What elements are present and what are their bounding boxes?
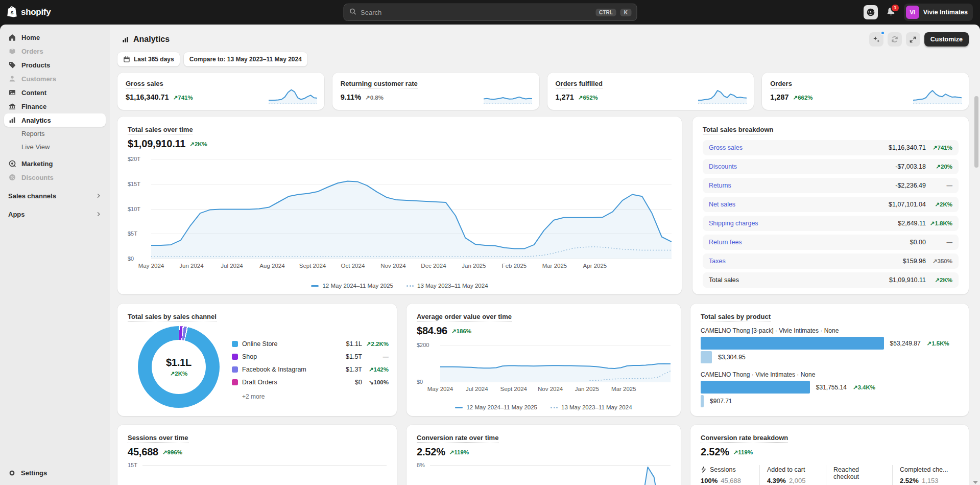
product-bar-compare[interactable] xyxy=(701,395,704,407)
customize-button[interactable]: Customize xyxy=(924,32,969,47)
vertical-scrollbar[interactable] xyxy=(974,96,978,168)
breakdown-link[interactable]: Net sales xyxy=(709,201,735,208)
sidebar-item-products[interactable]: Products xyxy=(4,58,106,72)
tag-icon xyxy=(8,61,16,69)
panel-title[interactable]: Total sales over time xyxy=(128,126,193,134)
x-axis-label: Dec 2024 xyxy=(421,263,446,269)
x-axis-labels: May 2024Jun 2024Jul 2024Aug 2024Sept 202… xyxy=(151,263,672,270)
channel-legend-item[interactable]: Facebook & Instagram $1.3T ↗142% xyxy=(232,363,389,376)
date-range-filter[interactable]: Last 365 days xyxy=(117,52,180,66)
sidebar-item-customers[interactable]: Customers xyxy=(4,72,106,85)
sparkline-chart xyxy=(269,87,317,104)
channel-legend-item[interactable]: Draft Orders $0 ↘100% xyxy=(232,376,389,388)
swatch-facebook-instagram xyxy=(232,366,238,373)
metric-card-returning-rate[interactable]: Returning customer rate 9.11% ↗0.8% xyxy=(332,73,539,110)
funnel-step-sessions[interactable]: Sessions 100%45,688 xyxy=(701,465,759,485)
sidebar-item-settings[interactable]: Settings xyxy=(4,466,106,479)
search-input[interactable]: Search CTRL K xyxy=(343,4,637,21)
conversion-delta: ↗119% xyxy=(449,449,469,456)
sidebar-item-content[interactable]: Content xyxy=(4,86,106,99)
breakdown-row[interactable]: Return fees $0.00— xyxy=(703,235,959,250)
funnel-step-added-to-cart[interactable]: Added to cart 4.39%2,005 xyxy=(759,465,826,485)
product-bar-current[interactable] xyxy=(701,381,810,394)
legend-solid-swatch xyxy=(455,407,463,408)
sales-by-channel-panel: Total sales by sales channel $1.1L ↗2K% … xyxy=(117,304,397,416)
sidebar-item-reports[interactable]: Reports xyxy=(4,127,106,140)
panel-title[interactable]: Total sales by sales channel xyxy=(128,313,217,321)
panel-title[interactable]: Conversion rate breakdown xyxy=(701,434,788,443)
total-sales-over-time-panel: Total sales over time $1,09,910.11 ↗2K% … xyxy=(117,117,682,294)
person-icon xyxy=(8,75,16,83)
compare-filter[interactable]: Compare to: 13 May 2023–11 May 2024 xyxy=(184,52,307,66)
breakdown-row[interactable]: Net sales $1,07,101.04↗2K% xyxy=(703,197,959,212)
product-bar-compare[interactable] xyxy=(701,351,712,363)
breakdown-row-total[interactable]: Total sales $1,09,910.11↗2K% xyxy=(703,272,959,288)
conversion-rate-panel: Conversion rate over time 2.52% ↗119% 8% xyxy=(407,425,681,485)
metric-title[interactable]: Gross sales xyxy=(126,80,163,88)
panel-title[interactable]: Total sales by product xyxy=(701,313,771,321)
metric-value: 9.11% xyxy=(341,93,361,101)
swatch-shop xyxy=(232,354,238,360)
metric-title[interactable]: Orders fulfilled xyxy=(556,80,603,88)
channel-legend-item[interactable]: Online Store $1.1L ↗2.2K% xyxy=(232,337,389,350)
legend-dotted-swatch xyxy=(407,285,414,287)
conversion-funnel: Sessions 100%45,688 Added to cart 4.39%2… xyxy=(701,465,959,485)
breakdown-link[interactable]: Return fees xyxy=(709,239,742,246)
metric-title[interactable]: Orders xyxy=(770,80,792,88)
sidebar-item-home[interactable]: Home xyxy=(4,31,106,44)
metric-title[interactable]: Returning customer rate xyxy=(341,80,418,88)
shopify-logo[interactable]: S shopify xyxy=(7,6,51,19)
scrollbar-down-arrow[interactable] xyxy=(973,481,978,484)
metric-card-orders[interactable]: Orders 1,287 ↗662% xyxy=(762,73,969,110)
breakdown-link[interactable]: Discounts xyxy=(709,163,737,170)
sparkline-chart xyxy=(484,87,532,104)
panel-title[interactable]: Average order value over time xyxy=(417,313,512,321)
breakdown-row[interactable]: Returns -$2,236.49— xyxy=(703,178,959,193)
magic-insights-button[interactable] xyxy=(869,32,883,47)
sidebar-item-marketing[interactable]: Marketing xyxy=(4,157,106,170)
breakdown-row[interactable]: Gross sales $1,16,340.71↗741% xyxy=(703,140,959,155)
y-axis-label: $20T xyxy=(128,156,147,162)
sidebar-section-sales-channels[interactable]: Sales channels xyxy=(4,189,106,203)
funnel-step-reached-checkout[interactable]: Reached checkout 3.49%1,595 xyxy=(826,465,892,485)
total-sales-breakdown-panel: Total sales breakdown Gross sales $1,16,… xyxy=(692,117,969,294)
breakdown-link[interactable]: Shipping charges xyxy=(709,220,758,227)
notifications-button[interactable]: 1 xyxy=(886,7,896,18)
sidebar-section-apps[interactable]: Apps xyxy=(4,207,106,221)
y-axis-label: $0 xyxy=(417,379,436,385)
shopify-bag-icon: S xyxy=(7,6,18,19)
metric-card-gross-sales[interactable]: Gross sales $1,16,340.71 ↗741% xyxy=(117,73,324,110)
channel-legend-item[interactable]: Shop $1.5T — xyxy=(232,350,389,363)
product-bar-current[interactable] xyxy=(701,337,884,350)
breakdown-row[interactable]: Taxes $159.96↗350% xyxy=(703,253,959,269)
conversion-breakdown-delta: ↗119% xyxy=(733,449,753,456)
sidebar-item-finance[interactable]: Finance xyxy=(4,100,106,113)
y-axis-label: $10T xyxy=(128,206,147,212)
channel-more-link[interactable]: +2 more xyxy=(232,393,389,400)
breakdown-link[interactable]: Gross sales xyxy=(709,144,743,151)
x-axis-label: Jan 2025 xyxy=(575,386,599,392)
metric-card-orders-fulfilled[interactable]: Orders fulfilled 1,271 ↗652% xyxy=(547,73,754,110)
sidebar-item-live-view[interactable]: Live View xyxy=(4,141,106,153)
store-avatar: VI xyxy=(906,6,919,19)
topbar: S shopify Search CTRL K 1 VI Vivie Intim… xyxy=(0,0,980,25)
breakdown-link[interactable]: Returns xyxy=(709,182,731,189)
sessions-delta: ↗996% xyxy=(162,449,182,456)
panel-title[interactable]: Total sales breakdown xyxy=(703,126,773,134)
page-title: Analytics xyxy=(117,35,170,44)
panel-title[interactable]: Sessions over time xyxy=(128,434,188,443)
breakdown-row[interactable]: Discounts -$7,003.18↗20% xyxy=(703,159,959,174)
fullscreen-button[interactable] xyxy=(906,32,920,47)
breakdown-link[interactable]: Taxes xyxy=(709,258,726,265)
sidebar-item-discounts[interactable]: Discounts xyxy=(4,171,106,184)
sidebar-item-orders[interactable]: Orders xyxy=(4,44,106,58)
legend-dotted-swatch xyxy=(551,407,558,408)
panel-title[interactable]: Conversion rate over time xyxy=(417,434,498,443)
sparkline-chart xyxy=(698,87,747,104)
sidebar-item-analytics[interactable]: Analytics xyxy=(4,113,106,127)
funnel-step-completed-checkout[interactable]: Completed che... 2.52%1,153 xyxy=(892,465,959,485)
persona-icon[interactable] xyxy=(864,5,878,19)
account-menu[interactable]: VI Vivie Intimates xyxy=(904,4,973,21)
breakdown-row[interactable]: Shipping charges $2,649.11↗1.8K% xyxy=(703,216,959,231)
refresh-button[interactable] xyxy=(888,32,902,47)
